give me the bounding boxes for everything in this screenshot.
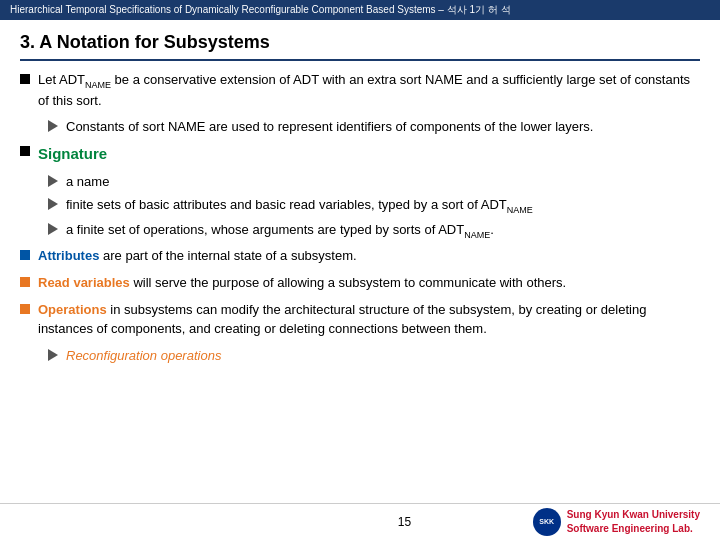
subscript-name-3: NAME: [464, 229, 490, 239]
sub-bullets-5: Reconfiguration operations: [48, 347, 700, 366]
university-logo: SKK: [533, 508, 561, 536]
bullet-1-text: Let ADTNAME be a conservative extension …: [38, 71, 700, 110]
bullet-square-3: [20, 250, 30, 260]
triangle-icon-1: [48, 120, 58, 132]
sub-bullet-1-1-text: Constants of sort NAME are used to repre…: [66, 118, 593, 137]
read-variables-label: Read variables: [38, 275, 130, 290]
triangle-icon-2-2: [48, 198, 58, 210]
triangle-icon-2-3: [48, 223, 58, 235]
bullet-5-rest: in subsystems can modify the architectur…: [38, 302, 646, 336]
main-content: 3. A Notation for Subsystems Let ADTNAME…: [0, 20, 720, 382]
bullet-5: Operations in subsystems can modify the …: [20, 301, 700, 339]
footer: 15 SKK Sung Kyun Kwan University Softwar…: [0, 503, 720, 540]
triangle-icon-2-1: [48, 175, 58, 187]
bullet-4-text: Read variables will serve the purpose of…: [38, 274, 566, 293]
attributes-label: Attributes: [38, 248, 99, 263]
bullet-1: Let ADTNAME be a conservative extension …: [20, 71, 700, 110]
sub-bullet-5-1-text: Reconfiguration operations: [66, 347, 221, 366]
university-name: Sung Kyun Kwan University Software Engin…: [567, 508, 700, 536]
operations-label: Operations: [38, 302, 107, 317]
bullet-3: Attributes are part of the internal stat…: [20, 247, 700, 266]
bullet-5-text: Operations in subsystems can modify the …: [38, 301, 700, 339]
bullet-2-text: Signature: [38, 143, 107, 165]
subscript-name-2: NAME: [507, 205, 533, 215]
header-text: Hierarchical Temporal Specifications of …: [10, 4, 511, 15]
signature-label: Signature: [38, 145, 107, 162]
section-title: 3. A Notation for Subsystems: [20, 32, 700, 53]
sub-bullets-2: a name finite sets of basic attributes a…: [48, 173, 700, 241]
bullet-3-rest: are part of the internal state of a subs…: [99, 248, 356, 263]
sub-bullet-2-3-text: a finite set of operations, whose argume…: [66, 221, 494, 242]
sub-bullet-2-2-text: finite sets of basic attributes and basi…: [66, 196, 533, 217]
bullet-square-5: [20, 304, 30, 314]
sub-bullet-2-1: a name: [48, 173, 700, 192]
sub-bullet-2-3: a finite set of operations, whose argume…: [48, 221, 700, 242]
section-divider: [20, 59, 700, 61]
bullet-square-1: [20, 74, 30, 84]
triangle-icon-5-1: [48, 349, 58, 361]
sub-bullets-1: Constants of sort NAME are used to repre…: [48, 118, 700, 137]
bullet-2: Signature: [20, 143, 700, 165]
bullet-4: Read variables will serve the purpose of…: [20, 274, 700, 293]
sub-bullet-2-1-text: a name: [66, 173, 109, 192]
bullet-square-2: [20, 146, 30, 156]
university-line1: Sung Kyun Kwan University: [567, 509, 700, 520]
sub-bullet-2-2: finite sets of basic attributes and basi…: [48, 196, 700, 217]
university-line2: Software Engineering Lab.: [567, 523, 693, 534]
bullet-3-text: Attributes are part of the internal stat…: [38, 247, 357, 266]
subscript-name-1: NAME: [85, 80, 111, 90]
footer-page-number: 15: [276, 515, 532, 529]
bullet-square-4: [20, 277, 30, 287]
bullet-4-rest: will serve the purpose of allowing a sub…: [130, 275, 566, 290]
header-bar: Hierarchical Temporal Specifications of …: [0, 0, 720, 20]
sub-bullet-1-1: Constants of sort NAME are used to repre…: [48, 118, 700, 137]
sub-bullet-5-1: Reconfiguration operations: [48, 347, 700, 366]
footer-logo: SKK Sung Kyun Kwan University Software E…: [533, 508, 700, 536]
